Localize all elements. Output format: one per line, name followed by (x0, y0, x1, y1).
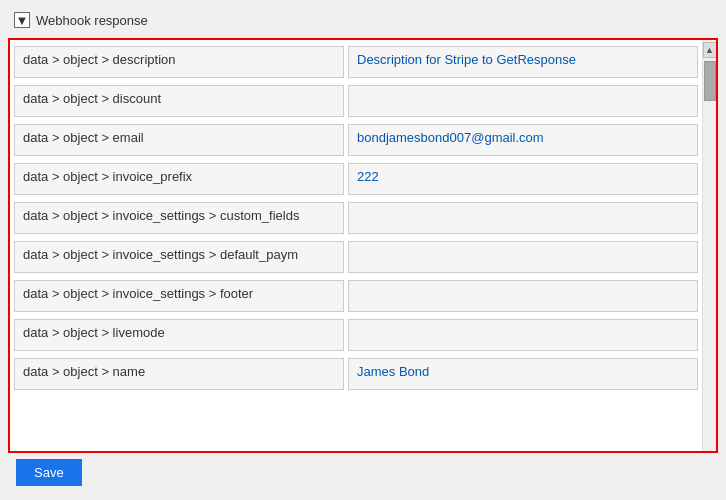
field-key[interactable] (14, 241, 344, 273)
table-row (14, 46, 698, 81)
collapse-icon[interactable]: ▼ (14, 12, 30, 28)
field-value[interactable] (348, 46, 698, 78)
table-row (14, 124, 698, 159)
field-key[interactable] (14, 124, 344, 156)
rows-area (10, 40, 702, 451)
field-value[interactable] (348, 85, 698, 117)
field-key[interactable] (14, 319, 344, 351)
field-value[interactable] (348, 319, 698, 351)
field-value[interactable] (348, 124, 698, 156)
table-row (14, 85, 698, 120)
table-row (14, 163, 698, 198)
scroll-up-arrow[interactable]: ▲ (703, 42, 717, 58)
section-header: ▼ Webhook response (8, 8, 718, 32)
section-title: Webhook response (36, 13, 148, 28)
scrollbar[interactable]: ▲ (702, 40, 716, 451)
field-key[interactable] (14, 46, 344, 78)
webhook-response-panel: ▲ (8, 38, 718, 453)
table-row (14, 202, 698, 237)
table-row (14, 319, 698, 354)
bottom-bar: Save (8, 453, 718, 492)
save-button[interactable]: Save (16, 459, 82, 486)
field-value[interactable] (348, 163, 698, 195)
table-row (14, 280, 698, 315)
field-value[interactable] (348, 202, 698, 234)
field-key[interactable] (14, 280, 344, 312)
field-key[interactable] (14, 358, 344, 390)
scroll-thumb[interactable] (704, 61, 716, 101)
field-key[interactable] (14, 163, 344, 195)
field-value[interactable] (348, 241, 698, 273)
field-key[interactable] (14, 85, 344, 117)
field-value[interactable] (348, 358, 698, 390)
table-row (14, 241, 698, 276)
table-row (14, 358, 698, 393)
field-key[interactable] (14, 202, 344, 234)
field-value[interactable] (348, 280, 698, 312)
